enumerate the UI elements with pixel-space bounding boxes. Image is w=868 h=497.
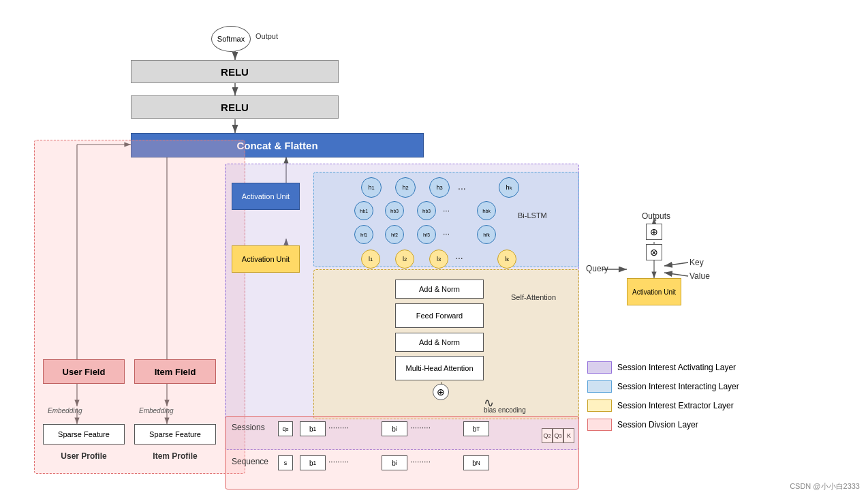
softmax-node: Softmax: [211, 26, 251, 52]
l2-node: l2: [395, 250, 414, 269]
item-field-box: Item Field: [134, 359, 216, 384]
key-label: Key: [689, 258, 704, 267]
watermark: CSDN @小小白2333: [790, 481, 860, 492]
sessions-dots1: ·········: [328, 423, 349, 432]
hb2-node: hb3: [385, 201, 404, 220]
sparse-feature-1-box: Sparse Feature: [43, 424, 125, 445]
sessions-b1-box: b1: [300, 421, 326, 436]
relu2-box: RELU: [131, 95, 339, 119]
activation-unit-3-box: Activation Unit: [627, 278, 681, 305]
attn-plus-box: ⊕: [646, 224, 662, 240]
value-label: Value: [689, 271, 710, 281]
l-dots: ···: [455, 252, 463, 263]
activation-unit-1-box: Activation Unit: [232, 183, 300, 210]
feed-forward-box: Feed Forward: [395, 303, 484, 328]
l1-node: l1: [361, 250, 380, 269]
user-profile-label: User Profile: [43, 451, 125, 461]
hf3-node: hf3: [417, 225, 436, 244]
sessions-dots2: ·········: [410, 423, 431, 432]
seq-bi-box: bi: [382, 455, 407, 470]
bias-encoding-label: bias encoding: [484, 406, 526, 414]
hf1-node: hf1: [354, 225, 373, 244]
bi-lstm-label: Bi-LSTM: [518, 211, 547, 220]
sessions-q-box: qs: [278, 421, 293, 436]
h2-node: h2: [395, 177, 416, 198]
hf-dots: ···: [443, 229, 450, 239]
h1-node: h1: [361, 177, 382, 198]
plus-circle: ⊕: [433, 384, 449, 400]
svg-line-20: [664, 273, 688, 276]
activation-unit-2-box: Activation Unit: [232, 245, 300, 273]
sessions-bi-box: bi: [382, 421, 407, 436]
hb1-node: hb1: [354, 201, 373, 220]
legend-extractor: Session Interest Extractor Layer: [587, 400, 734, 412]
add-norm-2-box: Add & Norm: [395, 333, 484, 352]
legend-activating: Session Interest Activating Layer: [587, 361, 736, 374]
output-label: Output: [255, 32, 278, 40]
sequence-label: Sequence: [232, 457, 268, 466]
hk-node: hk: [499, 177, 519, 198]
hb3-node: hb3: [417, 201, 436, 220]
sparse-feature-2-box: Sparse Feature: [134, 424, 216, 445]
legend-division: Session Divsion Layer: [587, 419, 698, 431]
h-dots-1: ···: [458, 183, 466, 194]
sessions-label: Sessions: [232, 423, 265, 432]
add-norm-1-box: Add & Norm: [395, 280, 484, 299]
hbk-node: hbk: [477, 201, 496, 220]
l3-node: l3: [429, 250, 448, 269]
lk-node: lk: [497, 250, 516, 269]
seq-bn-box: bN: [463, 455, 489, 470]
hfk-node: hfk: [477, 225, 496, 244]
embedding-label-2: Embedding: [139, 407, 174, 415]
seq-dots2: ·········: [410, 457, 431, 466]
item-profile-label: Item Profile: [134, 451, 216, 461]
hf2-node: hf2: [385, 225, 404, 244]
seq-s-box: s: [278, 455, 293, 470]
attn-mult-box: ⊗: [646, 244, 662, 260]
seq-dots1: ·········: [328, 457, 349, 466]
outputs-label: Outputs: [642, 211, 670, 221]
self-attention-label: Self-Attention: [511, 293, 556, 301]
svg-line-19: [664, 262, 688, 266]
relu1-box: RELU: [131, 60, 339, 83]
multi-head-box: Multi-Head Attention: [395, 356, 484, 380]
hb-dots: ···: [443, 206, 450, 215]
legend-interacting: Session Interest Interacting Layer: [587, 380, 739, 393]
h3-node: h3: [429, 177, 450, 198]
diagram-container: Softmax Output RELU RELU Concat & Flatte…: [0, 0, 868, 497]
seq-b1-box: b1: [300, 455, 326, 470]
user-field-box: User Field: [43, 359, 125, 384]
sessions-bt-box: bT: [463, 421, 489, 436]
embedding-label-1: Embedding: [48, 407, 82, 415]
query-label: Query: [586, 264, 608, 273]
